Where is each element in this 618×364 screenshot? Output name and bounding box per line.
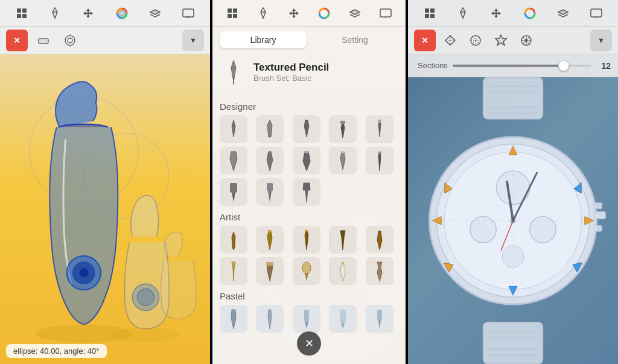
- svg-rect-3: [22, 14, 27, 18]
- brush-item[interactable]: [293, 115, 320, 143]
- brush-item[interactable]: [256, 305, 284, 333]
- svg-rect-56: [430, 14, 435, 18]
- brush-item[interactable]: [293, 257, 320, 285]
- category-artist: Artist: [220, 212, 398, 222]
- brush-item[interactable]: [293, 226, 320, 254]
- layers-icon[interactable]: [145, 4, 165, 23]
- svg-rect-9: [39, 39, 48, 43]
- svg-rect-39: [340, 121, 345, 124]
- brush-item[interactable]: [366, 147, 393, 174]
- brush-item[interactable]: [366, 226, 393, 254]
- brush-item[interactable]: [220, 226, 247, 254]
- brush-item[interactable]: [256, 178, 284, 206]
- brush-info-text: Textured Pencil Brush Set: Basic: [253, 62, 329, 83]
- brush-item[interactable]: [220, 257, 247, 285]
- brush-item[interactable]: [220, 147, 247, 174]
- svg-point-42: [340, 151, 345, 153]
- brush-item[interactable]: [329, 305, 357, 333]
- svg-rect-55: [425, 14, 429, 18]
- svg-point-49: [302, 262, 311, 274]
- brush-item[interactable]: [366, 257, 393, 285]
- svg-rect-31: [233, 8, 237, 13]
- svg-rect-35: [380, 9, 391, 17]
- screen-icon[interactable]: [179, 4, 198, 23]
- transform-button[interactable]: [59, 30, 81, 51]
- brush-item[interactable]: [220, 115, 247, 143]
- svg-rect-77: [595, 212, 606, 219]
- brush-item[interactable]: [256, 257, 284, 285]
- svg-point-10: [65, 36, 75, 45]
- svg-rect-32: [228, 14, 232, 18]
- brush-item[interactable]: [329, 257, 357, 285]
- layers-icon-right[interactable]: [553, 4, 573, 23]
- symmetry-icon-4[interactable]: [515, 30, 537, 51]
- brush-item[interactable]: [329, 147, 357, 174]
- sections-slider-container: [448, 65, 597, 67]
- symmetry-icon-1[interactable]: [439, 30, 461, 51]
- left-canvas-sketch: [0, 54, 210, 364]
- left-panel: ✕ ▼: [0, 0, 210, 364]
- sections-label: Sections: [418, 61, 448, 70]
- svg-rect-51: [340, 310, 346, 323]
- brush-item[interactable]: [220, 305, 247, 333]
- brush-item[interactable]: [293, 178, 320, 206]
- selected-brush-info: Textured Pencil Brush Set: Basic: [212, 53, 406, 91]
- tab-setting[interactable]: Setting: [311, 31, 398, 48]
- move-icon-right[interactable]: [486, 4, 506, 23]
- brush-item[interactable]: [256, 115, 284, 143]
- brush-item[interactable]: [220, 178, 247, 206]
- right-secondary-toolbar: ✕: [408, 27, 618, 54]
- svg-rect-43: [378, 152, 381, 154]
- color-wheel-icon[interactable]: [112, 4, 132, 23]
- screen-icon-mid[interactable]: [376, 4, 395, 23]
- close-circle-button[interactable]: ✕: [297, 331, 321, 356]
- brush-item[interactable]: [366, 305, 393, 333]
- tab-library[interactable]: Library: [220, 31, 307, 48]
- svg-rect-50: [304, 310, 309, 322]
- right-dropdown-button[interactable]: ▼: [590, 30, 612, 51]
- eraser-button[interactable]: [33, 30, 54, 51]
- brush-item[interactable]: [293, 147, 320, 174]
- svg-rect-100: [483, 322, 543, 364]
- grid-icon-right[interactable]: [420, 4, 439, 23]
- move-icon-mid[interactable]: [284, 4, 304, 23]
- right-panel: ✕: [408, 0, 618, 364]
- brush-item[interactable]: [293, 305, 320, 333]
- svg-rect-79: [595, 225, 602, 231]
- brush-item[interactable]: [366, 115, 393, 143]
- left-secondary-toolbar: ✕ ▼: [0, 27, 210, 54]
- svg-rect-48: [266, 262, 273, 266]
- color-wheel-icon-right[interactable]: [520, 4, 540, 23]
- status-text: ellipse: 40.00, angle: 40°: [13, 346, 100, 356]
- pen-icon-mid[interactable]: [253, 4, 273, 23]
- brush-item[interactable]: [329, 115, 357, 143]
- dropdown-button[interactable]: ▼: [182, 30, 204, 51]
- grid-icon[interactable]: [12, 4, 31, 23]
- pen-icon[interactable]: [45, 4, 65, 23]
- pen-icon-right[interactable]: [453, 4, 473, 23]
- left-top-toolbar: [0, 0, 210, 27]
- svg-rect-52: [377, 310, 382, 321]
- svg-rect-33: [233, 14, 237, 18]
- brush-item[interactable]: [256, 226, 284, 254]
- sections-slider[interactable]: [453, 65, 592, 67]
- color-wheel-icon-mid[interactable]: [314, 4, 334, 23]
- brush-item[interactable]: [256, 147, 284, 174]
- screen-icon-right[interactable]: [587, 4, 606, 23]
- layers-icon-mid[interactable]: [345, 4, 365, 23]
- svg-rect-78: [595, 203, 602, 209]
- svg-rect-30: [228, 8, 232, 13]
- svg-rect-54: [430, 8, 435, 13]
- svg-rect-0: [17, 8, 21, 13]
- symmetry-icon-3[interactable]: [490, 30, 512, 51]
- move-icon[interactable]: [78, 4, 98, 23]
- svg-point-40: [378, 120, 381, 123]
- brush-preview: [221, 59, 246, 85]
- sections-slider-thumb[interactable]: [558, 60, 569, 71]
- brush-item[interactable]: [329, 226, 357, 254]
- right-close-button[interactable]: ✕: [414, 30, 436, 51]
- close-button[interactable]: ✕: [6, 30, 28, 51]
- grid-icon-mid[interactable]: [223, 4, 242, 23]
- symmetry-icon-2[interactable]: [465, 30, 486, 51]
- svg-rect-41: [304, 151, 309, 153]
